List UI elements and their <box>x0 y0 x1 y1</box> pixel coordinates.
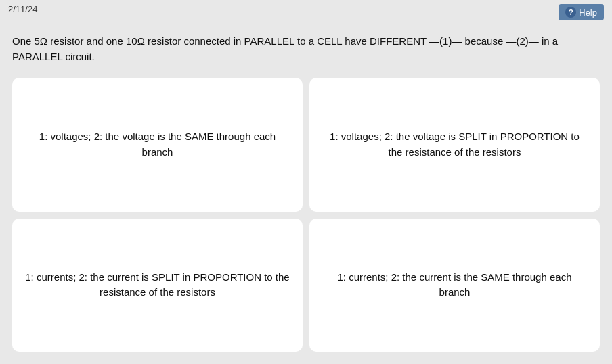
option-a-text: 1: voltages; 2: the voltage is the SAME … <box>24 129 290 160</box>
option-d-text: 1: currents; 2: the current is the SAME … <box>322 270 588 300</box>
date-text: 2/11/24 <box>8 4 37 14</box>
top-bar: 2/11/24 ? Help <box>0 0 612 24</box>
option-d[interactable]: 1: currents; 2: the current is the SAME … <box>309 219 600 352</box>
main-content: 2/11/24 ? Help One 5Ω resistor and one 1… <box>0 0 612 364</box>
option-b-text: 1: voltages; 2: the voltage is SPLIT in … <box>322 129 588 160</box>
option-c-text: 1: currents; 2: the current is SPLIT in … <box>24 270 290 300</box>
help-label: Help <box>579 7 597 18</box>
help-button[interactable]: ? Help <box>559 4 604 20</box>
option-a[interactable]: 1: voltages; 2: the voltage is the SAME … <box>12 78 303 212</box>
option-b[interactable]: 1: voltages; 2: the voltage is SPLIT in … <box>309 78 600 212</box>
question-text: One 5Ω resistor and one 10Ω resistor con… <box>0 24 612 71</box>
help-icon: ? <box>565 7 576 18</box>
options-grid: 1: voltages; 2: the voltage is the SAME … <box>0 71 612 364</box>
option-c[interactable]: 1: currents; 2: the current is SPLIT in … <box>12 219 303 352</box>
